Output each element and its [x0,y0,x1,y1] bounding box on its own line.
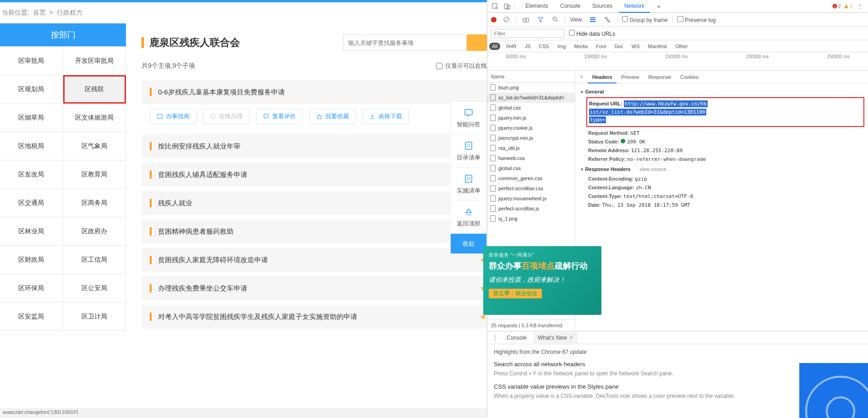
service-item[interactable]: 残疾人就业 [142,191,487,215]
reqlist-header-name[interactable]: Name [487,71,575,82]
close-icon[interactable]: × [570,335,573,341]
drawer-menu-icon[interactable]: ⋮ [490,333,500,343]
inspect-icon[interactable] [490,1,500,11]
dept-cell[interactable]: 区烟草局 [0,104,63,132]
filter-type-ws[interactable]: WS [629,43,643,50]
clear-icon[interactable] [501,15,511,25]
service-item[interactable]: 办理残疾免费乘坐公交车申请★ [142,276,487,300]
filter-type-js[interactable]: JS [522,43,533,50]
detail-tab-response[interactable]: Response [644,72,676,82]
dept-cell[interactable]: 区政府办 [63,217,126,246]
drawer-tab-console[interactable]: Console [502,332,531,343]
devtools-tab-sources[interactable]: Sources [587,0,618,13]
float-collapse[interactable]: 收起 [451,234,486,254]
ckpj-button[interactable]: 查看评价 [256,109,303,124]
drawer-tab-whatsnew[interactable]: What's New× [533,332,578,343]
devtools-menu-icon[interactable]: ⋮ [855,1,865,11]
dept-cell[interactable]: 区工信局 [63,246,126,274]
filter-type-doc[interactable]: Doc [611,43,626,50]
dept-cell[interactable]: 区审批局 [0,47,63,75]
request-row[interactable]: hanweb.css [487,153,575,163]
dept-cell[interactable]: 区教育局 [63,160,126,189]
request-row[interactable]: rsa_util.js [487,143,575,153]
request-row[interactable]: global.css [487,163,575,173]
error-count[interactable]: ×7 [832,4,841,9]
dept-cell[interactable]: 区残联 [63,75,126,104]
device-icon[interactable] [502,1,512,11]
breadcrumb-home[interactable]: 首页 [33,9,46,16]
filter-type-css[interactable]: CSS [536,43,552,50]
float-ssqd[interactable]: 实施清单 [451,168,486,201]
detail-tab-cookies[interactable]: Cookies [676,72,703,82]
filter-icon[interactable] [535,15,546,25]
dept-cell[interactable]: 区文体旅游局 [63,104,126,132]
filter-type-all[interactable]: All [489,43,500,50]
detail-tab-headers[interactable]: Headers [588,72,617,83]
service-item[interactable]: 贫困精神病患者服药救助 [142,220,487,243]
float-fhdb[interactable]: TOP返回顶部 [451,201,486,234]
dept-cell[interactable]: 区地税局 [0,132,63,160]
service-item[interactable]: 贫困残疾人家庭无障碍环境改造申请★ [142,248,487,272]
request-row[interactable]: xj_1.png [487,214,575,224]
filter-type-media[interactable]: Media [571,43,590,50]
request-row[interactable]: xz_list.do?webId=31&deptid= [487,93,575,103]
request-row[interactable]: perfect-scrollbar.css [487,183,575,193]
filter-type-font[interactable]: Font [593,43,609,50]
devtools-more-tabs[interactable]: » [652,0,666,12]
dept-cell[interactable]: 区安监局 [0,302,63,331]
view-waterfall-icon[interactable] [602,15,612,25]
record-icon[interactable] [491,17,497,22]
dept-cell[interactable]: 开发区审批局 [63,47,126,75]
float-mlqd[interactable]: 目录清单 [451,135,486,168]
search-input[interactable] [343,34,467,51]
filter-type-img[interactable]: Img [555,43,568,50]
search-icon[interactable] [550,15,560,25]
filter-type-manifest[interactable]: Manifest [645,43,670,50]
request-row[interactable]: bszn.png [487,82,575,93]
bszn-button[interactable]: 办事指南 [150,109,197,124]
request-row[interactable]: jquery.mousewheel.js [487,193,575,204]
devtools-tab-console[interactable]: Console [555,0,586,13]
dept-cell[interactable]: 区发改局 [0,160,63,189]
dept-cell[interactable]: 区财政局 [0,246,63,274]
dept-cell[interactable]: 区环保局 [0,274,63,302]
devtools-tab-network[interactable]: Network [619,0,650,13]
dept-cell[interactable]: 区交通局 [0,189,63,217]
service-item[interactable]: 按比例安排残疾人就业年审 [142,134,487,158]
dept-cell[interactable]: 区商务局 [63,189,126,217]
only-online-checkbox[interactable] [436,63,442,69]
wysc-button[interactable]: 我要收藏 [309,109,356,124]
general-section[interactable]: General [580,86,863,97]
request-row[interactable]: jsencrypt.min.js [487,133,575,143]
request-row[interactable]: perfect-scrollbar.js [487,204,575,214]
filter-type-other[interactable]: Other [672,43,691,50]
request-row[interactable]: jquery.min.js [487,113,575,123]
bgxz-button[interactable]: 表格下载 [362,109,409,124]
devtools-tab-elements[interactable]: Elements [520,0,554,13]
warning-count[interactable]: 1 [844,4,852,9]
hide-data-urls[interactable]: Hide data URLs [569,30,615,37]
dept-cell[interactable]: 区林业局 [0,217,63,246]
network-filter-input[interactable] [491,29,564,38]
camera-icon[interactable] [521,15,531,25]
response-headers-section[interactable]: Response Headersview source [580,164,863,175]
close-detail-icon[interactable]: × [577,74,586,80]
dept-cell[interactable]: 区气象局 [63,132,126,160]
view-list-icon[interactable] [588,15,598,25]
request-row[interactable]: common_geren.css [487,173,575,183]
float-znwd[interactable]: 智能问答 [451,102,486,135]
preserve-log[interactable]: Preserve log [677,16,716,23]
search-button[interactable] [467,34,487,51]
request-row[interactable]: jquery.cookie.js [487,123,575,133]
service-item[interactable]: 贫困残疾人辅具适配服务申请 [142,163,487,187]
dept-cell[interactable]: 区卫计局 [63,302,126,331]
dept-cell[interactable]: 区规划局 [0,75,63,104]
dept-cell[interactable]: 区公安局 [63,274,126,302]
promo-banner[interactable]: 政务服务 "一网通办" 群众办事百项堵点疏解行动 请你来投票，政府来解决！ 第五… [483,246,601,315]
service-item[interactable]: 0-6岁残疾儿童基本康复项目免费服务申请 [142,80,487,104]
detail-tab-preview[interactable]: Preview [617,72,644,82]
filter-type-xhr[interactable]: XHR [503,43,519,50]
view-source-link[interactable]: view source [639,166,666,172]
group-by-frame[interactable]: Group by frame [622,16,668,23]
breadcrumb-current[interactable]: 行政权力 [57,9,82,16]
